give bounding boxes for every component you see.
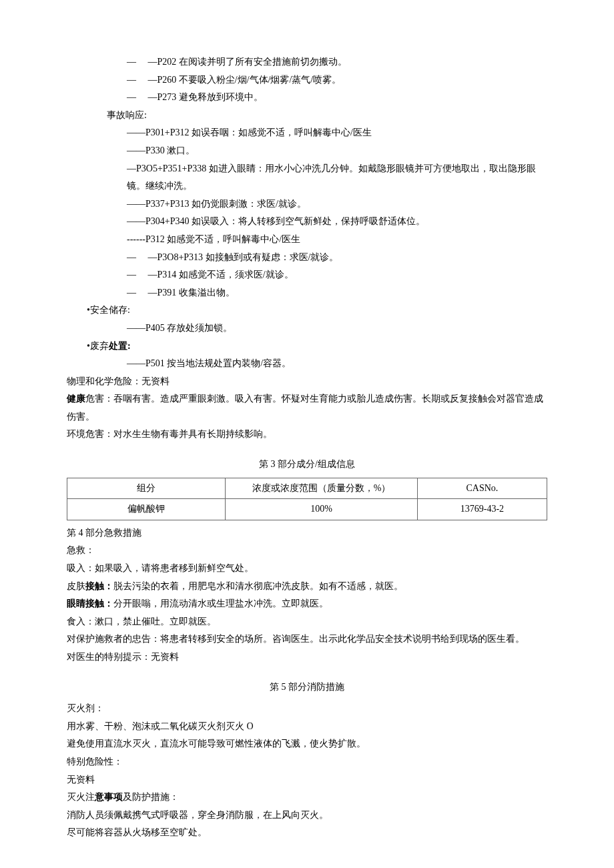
- table-cell: 偏帆酸钾: [67, 499, 226, 520]
- precaution-line: ——P301+P312 如误吞咽：如感觉不适，呼叫解毒中心/医生: [67, 124, 547, 142]
- precaution-line: — —P3O8+P313 如接触到或有疑虑：求医/就诊。: [67, 249, 547, 267]
- table-header-cell: 浓度或浓度范围（质量分数，%）: [226, 478, 418, 499]
- table-cell: 100%: [226, 499, 418, 520]
- text: •废弃: [87, 341, 109, 351]
- accident-response-heading: 事故响应:: [67, 107, 547, 125]
- first-aid-doctor-note: 对医生的特别提示：无资料: [67, 648, 547, 667]
- first-aid-eye: 眼睛接触：分开眼嗡，用流动清水或生理盐水冲洗。立即就医。: [67, 595, 547, 613]
- table-cell: 13769-43-2: [417, 499, 547, 520]
- text-bold: 意事项: [95, 792, 123, 802]
- text: 危害：吞咽有害。造成严重眼刺激。吸入有害。怀疑对生育能力或胎儿造成伤害。长期或反…: [67, 394, 543, 422]
- health-hazard: 健康危害：吞咽有害。造成严重眼刺激。吸入有害。怀疑对生育能力或胎儿造成伤害。长期…: [67, 390, 547, 426]
- disposal-heading: •废弃处置:: [67, 338, 547, 356]
- first-aid-skin: 皮肤接触：脱去污染的衣着，用肥皂水和清水彻底冲洗皮肤。如有不适感，就医。: [67, 578, 547, 596]
- special-hazard-heading: 特别危险性：: [67, 753, 547, 771]
- precaution-line: ——P304+P340 如误吸入：将人转移到空气新鲜处，保持呼吸舒适体位。: [67, 213, 547, 231]
- table-header-cell: CASNo.: [417, 478, 547, 499]
- first-aid-rescuer-advice: 对保护施救者的忠告：将患者转移到安全的场所。咨询医生。出示此化学品安全技术说明书…: [67, 630, 547, 648]
- precaution-line: ------P312 如感觉不适，呼叫解毒中心/医生: [67, 231, 547, 249]
- precaution-line: — —P260 不要吸入粉尘/烟/气体/烟雾/蒸气/喷雾。: [67, 71, 547, 89]
- text-bold: 接触：: [85, 581, 113, 591]
- precaution-line: — —P273 避免释放到环境中。: [67, 89, 547, 107]
- precaution-line: ——P405 存放处须加锁。: [67, 320, 547, 338]
- section3-title: 第 3 部分成分/组成信息: [67, 456, 547, 474]
- precaution-line: — —P202 在阅读并明了所有安全措施前切勿搬动。: [67, 53, 547, 71]
- precaution-line: ——P330 漱口。: [67, 142, 547, 160]
- section5-title: 第 5 部分消防措施: [67, 679, 547, 697]
- extinguishing-agents: 用水雾、干粉、泡沫或二氧化碳灭火剂灭火 O: [67, 718, 547, 736]
- table-header-cell: 组分: [67, 478, 226, 499]
- precaution-line: ——P337+P313 如仍觉眼刺激：求医/就诊。: [67, 195, 547, 213]
- safe-storage-heading: •安全储存:: [67, 302, 547, 320]
- text-bold: 眼睛接触：: [67, 598, 113, 608]
- text-bold: 健康: [67, 394, 85, 404]
- phys-chem-hazard: 物理和化学危险：无资料: [67, 373, 547, 391]
- extinguishing-heading: 灭火剂：: [67, 700, 547, 718]
- extinguishing-avoid: 避免使用直流水灭火，直流水可能导致可燃性液体的飞溅，使火势扩散。: [67, 735, 547, 753]
- table-row: 偏帆酸钾 100% 13769-43-2: [67, 499, 547, 520]
- precaution-line: ——P501 按当地法规处置内装物/容器。: [67, 355, 547, 373]
- section4-heading: 第 4 部分急救措施: [67, 524, 547, 542]
- first-aid-ingestion: 食入：漱口，禁止催吐。立即就医。: [67, 613, 547, 631]
- text-bold: 处置:: [109, 341, 131, 351]
- special-hazard-text: 无资料: [67, 771, 547, 789]
- firefighting-container: 尽可能将容器从火场移至空旷处。: [67, 824, 547, 842]
- precaution-line: — —P314 如感觉不适，须求医/就诊。: [67, 266, 547, 284]
- firefighting-equipment: 消防人员须佩戴携气式呼吸器，穿全身消防服，在上风向灭火。: [67, 807, 547, 825]
- text: 灭火注: [67, 792, 95, 802]
- precaution-line: —P3O5+P351+P338 如进入眼睛：用水小心冲洗几分钟。如戴隐形眼镜并可…: [67, 160, 547, 195]
- composition-table: 组分 浓度或浓度范围（质量分数，%） CASNo. 偏帆酸钾 100% 1376…: [67, 478, 547, 520]
- text: 皮肤: [67, 581, 85, 591]
- precaution-line: — —P391 收集溢出物。: [67, 284, 547, 302]
- text: 脱去污染的衣着，用肥皂水和清水彻底冲洗皮肤。如有不适感，就医。: [113, 581, 403, 591]
- table-header-row: 组分 浓度或浓度范围（质量分数，%） CASNo.: [67, 478, 547, 499]
- text: 及防护措施：: [123, 792, 179, 802]
- first-aid-inhalation: 吸入：如果吸入，请将患者移到新鲜空气处。: [67, 560, 547, 578]
- text: 分开眼嗡，用流动清水或生理盐水冲洗。立即就医。: [113, 598, 328, 608]
- first-aid-heading: 急救：: [67, 542, 547, 560]
- environmental-hazard: 环境危害：对水生生物有毒并具有长期持续影响。: [67, 426, 547, 444]
- firefighting-precautions-heading: 灭火注意事项及防护措施：: [67, 789, 547, 807]
